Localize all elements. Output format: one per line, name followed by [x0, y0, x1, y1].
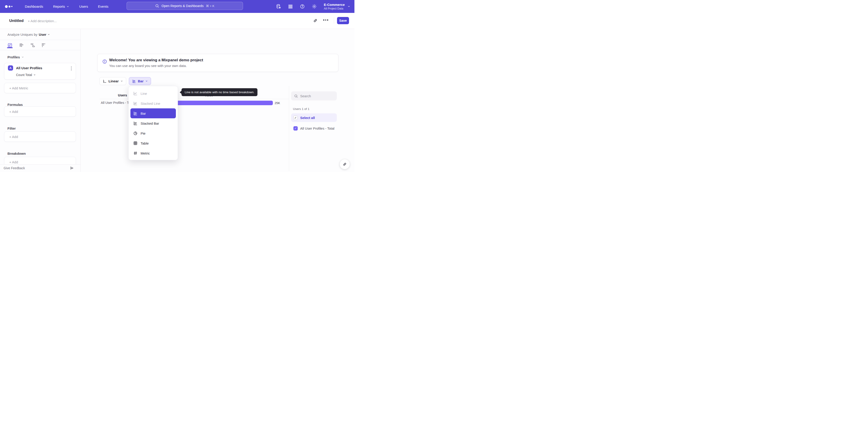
chevron-down-icon: [48, 33, 50, 36]
chevron-down-icon: [66, 5, 69, 8]
copy-link-icon[interactable]: [313, 18, 318, 23]
chevron-down-icon: [145, 80, 148, 82]
add-metric-button[interactable]: + Add Metric: [4, 83, 76, 93]
add-filter-button[interactable]: + Add: [4, 132, 76, 142]
legend-item-row[interactable]: ✓ All User Profiles - Total: [291, 124, 337, 133]
nav-item-label: Events: [98, 4, 108, 8]
query-builder-sidebar: Analyze Uniques by User Profiles: [0, 29, 81, 172]
metric-aggregation-dropdown[interactable]: Count Total: [16, 73, 36, 77]
tab-insights[interactable]: [7, 43, 12, 48]
chevron-down-icon: [22, 56, 24, 58]
select-all-checkbox[interactable]: ✓: [293, 116, 298, 120]
report-title-bar: Untitled + Add description...: [0, 13, 354, 29]
formulas-heading-label: Formulas: [7, 103, 23, 107]
bar-chart-icon: [132, 79, 136, 83]
table-icon: [133, 141, 138, 145]
copy-url-fab[interactable]: [340, 159, 350, 169]
pie-chart-icon: [133, 131, 138, 136]
apps-grid-icon[interactable]: [288, 4, 293, 9]
menu-item-pie[interactable]: Pie: [130, 128, 176, 138]
filter-heading-label: Filter: [7, 127, 16, 130]
metric-aggregation-label: Count Total: [16, 73, 32, 77]
menu-item-label: Metric: [141, 151, 150, 155]
top-nav-right: E-Commerce All Project Data: [276, 0, 350, 13]
tab-flows[interactable]: [30, 43, 35, 48]
add-description-field[interactable]: + Add description...: [28, 19, 57, 23]
filter-section-heading: Filter: [7, 127, 16, 130]
data-management-icon[interactable]: [276, 4, 281, 9]
menu-item-label: Stacked Bar: [141, 121, 159, 125]
help-icon[interactable]: [300, 4, 305, 9]
global-search-input[interactable]: Open Reports & Dashboards ⌘ + K: [127, 2, 243, 10]
menu-item-line[interactable]: Line: [130, 88, 176, 99]
tab-retention[interactable]: [41, 43, 46, 48]
search-placeholder: Open Reports & Dashboards: [161, 4, 204, 8]
metric-name: All User Profiles: [16, 66, 42, 70]
analyze-value-label: User: [39, 33, 46, 36]
chevron-down-icon: [121, 80, 123, 82]
legend-search-input[interactable]: Search: [291, 91, 337, 101]
menu-item-stacked-bar[interactable]: Stacked Bar: [130, 118, 176, 128]
menu-item-metric[interactable]: Metric: [130, 148, 176, 158]
hash-metric-icon: [133, 151, 138, 156]
analyze-uniques-row: Analyze Uniques by User: [7, 33, 50, 36]
metric-badge: A: [8, 65, 13, 71]
analyze-prefix-label: Analyze Uniques by: [7, 33, 37, 36]
add-formula-button[interactable]: + Add: [4, 106, 76, 117]
menu-item-label: Stacked Line: [141, 102, 160, 106]
project-switcher[interactable]: E-Commerce All Project Data: [324, 3, 350, 10]
demo-project-banner: Welcome! You are viewing a Mixpanel demo…: [97, 54, 338, 72]
legend-item-label: All User Profiles - Total: [300, 127, 334, 130]
line-disabled-tooltip: Line is not available with no time based…: [182, 88, 257, 96]
collapse-sidebar-icon[interactable]: [70, 166, 74, 170]
scale-selector-label: Linear: [108, 79, 119, 83]
menu-item-label: Pie: [141, 132, 146, 135]
tab-funnels[interactable]: [19, 43, 24, 48]
sidebar-footer: Give Feedback: [0, 164, 81, 172]
top-nav: Dashboards Reports Users Events Open Rep…: [0, 0, 354, 13]
link-icon: [342, 162, 347, 167]
chart-column-header-users: Users: [99, 93, 127, 97]
mixpanel-report-screen: Dashboards Reports Users Events Open Rep…: [0, 0, 354, 172]
bar-chart-icon: [133, 111, 138, 116]
chevron-down-icon: [33, 74, 36, 76]
chart-type-selector-label: Bar: [138, 79, 144, 83]
more-options-icon[interactable]: [323, 20, 328, 21]
select-all-label: Select all: [300, 116, 315, 120]
select-all-row[interactable]: ✓ Select all: [291, 113, 337, 122]
scale-selector-button[interactable]: Linear: [99, 77, 126, 85]
menu-item-bar[interactable]: Bar: [130, 108, 176, 118]
give-feedback-link[interactable]: Give Feedback: [4, 166, 25, 170]
chart-type-menu: Line Stacked Line Bar Stacked Bar Pie Ta…: [128, 86, 178, 160]
metric-menu-icon[interactable]: [70, 65, 73, 71]
project-name: E-Commerce: [324, 3, 345, 6]
mixpanel-logo[interactable]: [5, 5, 14, 8]
nav-item-events[interactable]: Events: [98, 4, 108, 8]
nav-item-dashboards[interactable]: Dashboards: [25, 4, 43, 8]
search-icon: [155, 4, 159, 8]
report-type-tabs: [0, 40, 81, 50]
save-button[interactable]: Save: [337, 17, 349, 24]
report-title[interactable]: Untitled: [9, 19, 24, 23]
chevron-down-icon: [347, 5, 350, 8]
settings-gear-icon[interactable]: [312, 4, 317, 9]
metric-card[interactable]: A All User Profiles Count Total: [4, 63, 76, 80]
banner-title: Welcome! You are viewing a Mixpanel demo…: [109, 58, 203, 62]
linear-scale-icon: [103, 79, 107, 83]
stacked-line-chart-icon: [133, 101, 138, 106]
chart-row-label: All User Profiles - Total: [101, 101, 129, 105]
nav-item-users[interactable]: Users: [79, 4, 88, 8]
add-filter-label: + Add: [9, 135, 18, 139]
analyze-value-dropdown[interactable]: User: [39, 33, 50, 36]
nav-item-reports[interactable]: Reports: [53, 4, 69, 8]
legend-item-checkbox[interactable]: ✓: [293, 126, 298, 131]
chart-type-selector-button[interactable]: Bar: [129, 77, 151, 85]
profiles-section-heading[interactable]: Profiles: [7, 55, 24, 59]
profiles-heading-label: Profiles: [7, 55, 20, 59]
menu-item-stacked-line[interactable]: Stacked Line: [130, 99, 176, 108]
nav-item-label: Reports: [53, 4, 65, 8]
line-chart-icon: [133, 91, 138, 96]
menu-item-table[interactable]: Table: [130, 138, 176, 148]
legend-count-label: Users 1 of 1: [293, 107, 309, 111]
project-scope: All Project Data: [324, 7, 345, 10]
